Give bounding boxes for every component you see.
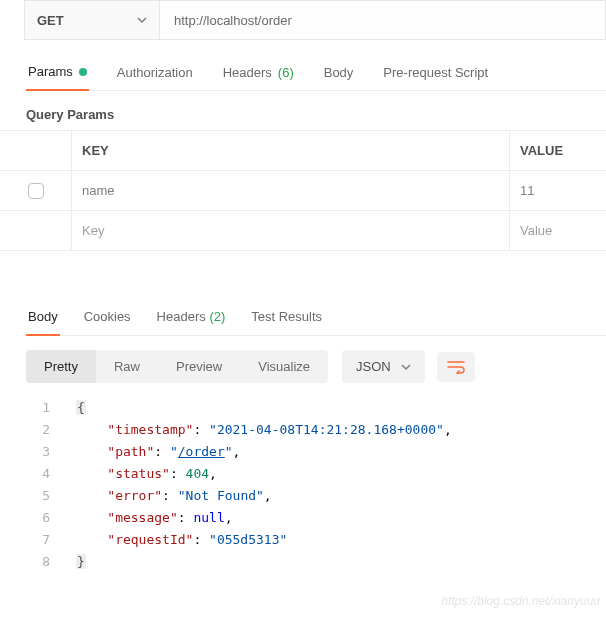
tab-params[interactable]: Params [26, 64, 89, 91]
view-mode-group: Pretty Raw Preview Visualize [26, 350, 328, 383]
response-tab-headers[interactable]: Headers (2) [155, 309, 228, 335]
table-row[interactable]: name 11 [0, 171, 606, 211]
view-raw[interactable]: Raw [96, 350, 158, 383]
response-tab-cookies[interactable]: Cookies [82, 309, 133, 335]
row-checkbox[interactable] [28, 183, 44, 199]
tab-prerequest[interactable]: Pre-request Script [381, 64, 490, 90]
column-header-value: VALUE [510, 131, 606, 170]
param-value-input[interactable]: 11 [510, 171, 606, 210]
format-select[interactable]: JSON [342, 350, 425, 383]
param-key-input[interactable]: name [72, 171, 510, 210]
param-key-placeholder[interactable]: Key [72, 211, 510, 250]
chevron-down-icon [137, 15, 147, 25]
response-tab-test-results[interactable]: Test Results [249, 309, 324, 335]
tab-headers[interactable]: Headers (6) [221, 64, 296, 90]
http-method-label: GET [37, 13, 64, 28]
wrap-lines-button[interactable] [437, 352, 475, 382]
param-value-placeholder[interactable]: Value [510, 211, 606, 250]
query-params-table: KEY VALUE name 11 Key Value [0, 130, 606, 251]
response-tab-body[interactable]: Body [26, 309, 60, 336]
chevron-down-icon [401, 362, 411, 372]
params-active-dot-icon [79, 68, 87, 76]
wrap-icon [447, 360, 465, 374]
tab-authorization[interactable]: Authorization [115, 64, 195, 90]
tab-body[interactable]: Body [322, 64, 356, 90]
http-method-select[interactable]: GET [24, 0, 160, 40]
response-body[interactable]: 1{ 2 "timestamp": "2021-04-08T14:21:28.1… [26, 397, 606, 573]
view-pretty[interactable]: Pretty [26, 350, 96, 383]
view-preview[interactable]: Preview [158, 350, 240, 383]
request-url-input[interactable] [160, 0, 606, 40]
view-visualize[interactable]: Visualize [240, 350, 328, 383]
query-params-title: Query Params [26, 107, 606, 122]
column-header-key: KEY [72, 131, 510, 170]
table-row-new[interactable]: Key Value [0, 211, 606, 251]
